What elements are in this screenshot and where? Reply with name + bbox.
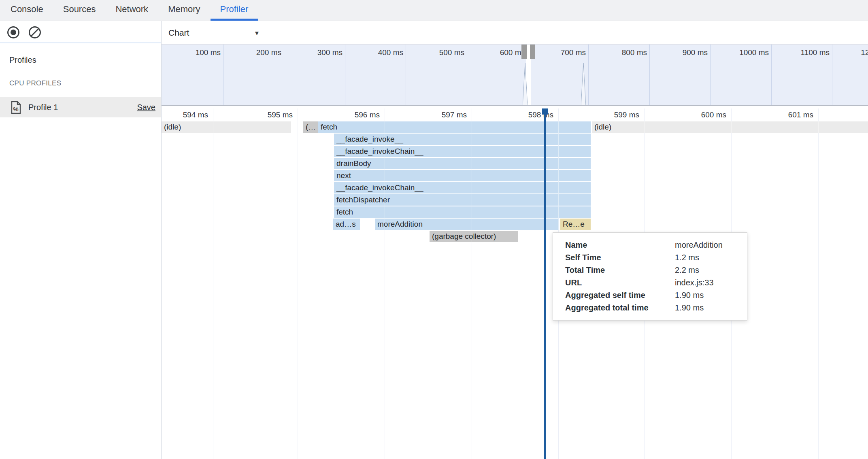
flame-bar-js[interactable]: fetch xyxy=(318,121,591,133)
clear-icon xyxy=(28,25,42,40)
overview-tick-label: 400 ms xyxy=(342,48,403,57)
tooltip-row-value: 1.90 ms xyxy=(675,302,740,314)
record-profile-button[interactable] xyxy=(6,25,21,40)
tooltip-row: Self Time1.2 ms xyxy=(565,251,740,264)
web-inspector: ConsoleSourcesNetworkMemoryProfiler xyxy=(0,0,868,459)
cpu-profiles-section-label: CPU PROFILES xyxy=(9,79,161,87)
timeline-overview[interactable]: 100 ms200 ms300 ms400 ms500 ms600 ms700 … xyxy=(162,44,868,106)
selection-handle-right[interactable] xyxy=(530,45,535,59)
tooltip-row: NamemoreAddition xyxy=(565,239,740,251)
tab-bar: ConsoleSourcesNetworkMemoryProfiler xyxy=(0,0,868,21)
record-icon xyxy=(6,25,21,40)
flame-bar-idle[interactable]: (idle) xyxy=(592,121,868,133)
cpu-usage-spike xyxy=(581,63,586,106)
tab-network[interactable]: Network xyxy=(106,0,158,21)
tooltip-row: Aggregated self time1.90 ms xyxy=(565,289,740,302)
current-time-marker xyxy=(544,108,546,459)
profile-name: Profile 1 xyxy=(28,103,58,112)
tooltip-row: Aggregated total time1.90 ms xyxy=(565,302,740,314)
tooltip-row-value: moreAddition xyxy=(675,239,740,251)
sidebar: Profiles CPU PROFILES % Profile 1 Save xyxy=(0,21,161,459)
flame-bar-js[interactable]: fetchDispatcher xyxy=(334,194,591,206)
flame-bar-js[interactable]: moreAddition xyxy=(375,219,559,230)
flame-bar-js[interactable]: __facade_invokeChain__ xyxy=(334,146,591,157)
overview-tick-label: 900 ms xyxy=(646,48,708,57)
tab-sources[interactable]: Sources xyxy=(53,0,106,21)
flame-bar-js[interactable]: __facade_invoke__ xyxy=(334,134,591,145)
profiles-heading: Profiles xyxy=(9,55,161,65)
svg-text:%: % xyxy=(13,106,18,113)
selection-handle-left[interactable] xyxy=(521,45,527,59)
profiler-main-panel: Chart ▼ 100 ms200 ms300 ms400 ms500 ms60… xyxy=(161,21,868,459)
view-mode-dropdown[interactable]: Chart ▼ xyxy=(162,21,268,44)
overview-tick-label: 200 ms xyxy=(220,48,281,57)
current-time-marker-cap xyxy=(542,108,548,115)
frame-details-tooltip: NamemoreAdditionSelf Time1.2 msTotal Tim… xyxy=(553,232,747,321)
profile-document-icon: % xyxy=(11,101,21,114)
flame-chart: (idle)(…fetch(idle)__facade_invoke____fa… xyxy=(162,108,868,459)
chevron-down-icon: ▼ xyxy=(254,30,260,36)
cpu-usage-spike xyxy=(523,63,528,106)
overview-tick-label: 500 ms xyxy=(403,48,464,57)
time-gridline-highlight xyxy=(298,108,298,459)
save-profile-link[interactable]: Save xyxy=(137,103,155,112)
overview-tick-label: 600 ms xyxy=(464,48,525,57)
tooltip-row-label: Total Time xyxy=(565,264,675,276)
profile-list-item[interactable]: % Profile 1 Save xyxy=(0,97,161,117)
time-gridline-highlight xyxy=(472,108,472,459)
tooltip-row-label: Self Time xyxy=(565,251,675,264)
sidebar-toolbar xyxy=(0,21,161,43)
flame-bar-js[interactable]: fetch xyxy=(334,206,591,218)
tooltip-row: URLindex.js:33 xyxy=(565,276,740,289)
view-mode-label: Chart xyxy=(168,28,189,38)
tooltip-row-value: index.js:33 xyxy=(675,276,740,289)
overview-tick-label: 800 ms xyxy=(585,48,647,57)
tooltip-row: Total Time2.2 ms xyxy=(565,264,740,276)
overview-tick-label: 100 ms xyxy=(162,48,221,57)
overview-tick-label: 1000 ms xyxy=(707,48,769,57)
tooltip-row-label: URL xyxy=(565,276,675,289)
flame-bar-gc[interactable]: (garbage collector) xyxy=(430,231,518,242)
time-gridline-highlight xyxy=(385,108,385,459)
tooltip-row-value: 1.2 ms xyxy=(675,251,740,264)
flame-bar-js[interactable]: drainBody xyxy=(334,158,591,169)
flame-bar-js[interactable]: next xyxy=(334,170,591,181)
flame-bar-js[interactable]: __facade_invokeChain__ xyxy=(334,182,591,193)
flame-bar-gc[interactable]: (… xyxy=(303,121,318,133)
overview-tick-label: 1200 ms xyxy=(829,48,868,57)
time-gridline-highlight xyxy=(213,108,213,459)
tab-profiler[interactable]: Profiler xyxy=(211,0,258,21)
overview-tick-label: 300 ms xyxy=(281,48,343,57)
flame-bar-js[interactable]: ad…s xyxy=(333,219,360,230)
tab-console[interactable]: Console xyxy=(1,0,53,21)
time-gridline-highlight xyxy=(818,108,819,459)
tooltip-row-label: Aggregated self time xyxy=(565,289,675,302)
tooltip-row-value: 2.2 ms xyxy=(675,264,740,276)
overview-tick-label: 1100 ms xyxy=(768,48,830,57)
flame-bar-response[interactable]: Re…e xyxy=(560,219,591,230)
tooltip-row-label: Name xyxy=(565,239,675,251)
tab-memory[interactable]: Memory xyxy=(158,0,210,21)
tooltip-row-value: 1.90 ms xyxy=(675,289,740,302)
flame-bar-idle[interactable]: (idle) xyxy=(162,121,291,133)
tooltip-row-label: Aggregated total time xyxy=(565,302,675,314)
clear-profiles-button[interactable] xyxy=(28,25,42,40)
